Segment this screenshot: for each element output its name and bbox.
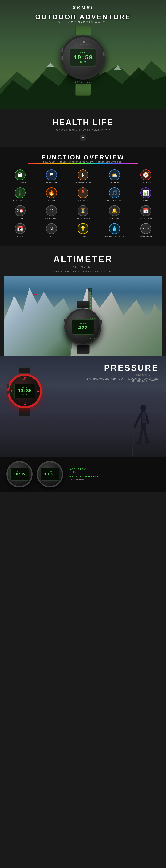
function-item-weather: ⛅ WEATHER [101, 169, 128, 184]
svg-point-12 [145, 441, 150, 443]
function-item-compass: 🧭 COMPASS [132, 169, 160, 184]
function-label: WEEK [17, 235, 24, 237]
hero-title: OUTDOOR ADVENTURE [0, 13, 166, 21]
function-item-altimeter: 🏔 ALTIMETER [6, 169, 34, 184]
function-rainbow-bar: FULL FUNCTION TRACK ALTIMETER LEVEL RAIN… [28, 163, 138, 164]
pressure-image-area: PRESSURE PRESSURE REAL-TIME UNDERSTANDIN… [0, 356, 166, 457]
function-item-date: 🗓 DATE [38, 223, 66, 237]
function-label: THERMOMETER [74, 182, 92, 184]
function-grid: 🏔 ALTIMETER 🌪 PRESSURE 🌡 THERMOMETER ⛅ W… [6, 169, 160, 237]
function-item-timekeeping: 📅 TIMEKEEPING [132, 205, 160, 219]
function-item-pressure: 🌪 PRESSURE [38, 169, 66, 184]
function-item-1224: 12/24 12/24HOUR [132, 223, 160, 237]
function-item-ellight: 💡 EL LIGHT [69, 223, 97, 237]
altimeter-alt-display: 422 [78, 325, 88, 331]
function-label: WEATHER [109, 182, 120, 184]
svg-line-9 [140, 428, 142, 442]
rainbow-bar-label: FULL FUNCTION TRACK ALTIMETER LEVEL RAIN… [28, 161, 138, 163]
accuracy-value: ±1hPa [69, 471, 158, 473]
function-overview-section: FUNCTION OVERVIEW FULL FUNCTION TRACK AL… [0, 147, 166, 246]
function-label: 12/24HOUR [140, 235, 152, 237]
altimeter-watch-body: SKMEI LIGHTBARO START 22.6°C 422 RESET S… [65, 308, 101, 345]
function-title: FUNCTION OVERVIEW [6, 154, 160, 161]
svg-point-11 [136, 442, 141, 444]
function-item-metronome: 🎵 METRONOME [101, 187, 128, 202]
function-item-calorie: 🔥 CALORIE [38, 187, 66, 202]
function-label: DATA [143, 199, 149, 202]
dual-time-badge: DUAL TIME [72, 80, 94, 84]
pressure-desc2: ENSURE SAFE TRAVEL. [86, 380, 159, 382]
svg-line-14 [132, 427, 134, 456]
pressure-section: PRESSURE PRESSURE REAL-TIME UNDERSTANDIN… [0, 356, 166, 492]
altimeter-temp-display: 22.6°C [80, 323, 86, 325]
function-label: EL LIGHT [78, 235, 88, 237]
bottom-watches-row: 22.5°C 10:35 10-27 22.5°C 10:35 10-27 AC… [0, 457, 166, 492]
function-item-2time: 2⏰ 2 TIME [6, 205, 34, 219]
function-label: COMPASS [140, 182, 151, 184]
health-title: HEALTH LIFE [4, 118, 162, 127]
altimeter-measure-text: MEASURE THE CURRENT ALTITUDE. [4, 270, 162, 273]
function-label: DATE [49, 235, 54, 237]
watch-body: SKMEI ALTBAROCOMP SAT 10:59 10-20 PRESSU… [61, 35, 105, 80]
hiker-silhouette-svg [130, 402, 156, 457]
hero-watch-container: SKMEI ALTBAROCOMP SAT 10:59 10-20 PRESSU… [61, 26, 105, 96]
altimeter-green-line-left [33, 267, 70, 267]
function-item-thermometer: 🌡 THERMOMETER [69, 169, 97, 184]
measuring-range-value: 260~1260 hPa [69, 478, 158, 480]
brand-name: SKMEI [73, 5, 93, 10]
function-label: METRONOME [107, 199, 122, 202]
function-label: 2 TIME [16, 217, 24, 219]
function-label: 30M WATERPROOF [104, 235, 125, 237]
function-label: ALTIMETER [14, 182, 26, 184]
accuracy-label: ACCURACY: [69, 468, 158, 470]
watch-time: 10:59 [74, 54, 92, 61]
function-label: 2 ALARM [110, 217, 119, 219]
pressure-temp: 22.5°C [22, 387, 27, 389]
pressure-time: 10:35 [18, 389, 32, 394]
watch-screen: SAT 10:59 10-20 [70, 49, 96, 66]
function-item-distance: 📍 DISTANCE [69, 187, 97, 202]
pressure-watch-main: SKMEI 22.5°C 10:35 10-27 SKMEI WATCH [7, 367, 42, 417]
svg-rect-13 [142, 412, 147, 423]
function-label: TIMEKEEPING [138, 217, 154, 219]
svg-marker-2 [46, 63, 55, 67]
pressure-watch-screen: 22.5°C 10:35 10-27 [14, 384, 35, 398]
function-label: CALORIE [47, 199, 56, 202]
function-item-data: 📊 DATA [132, 187, 160, 202]
function-label: STOPWATCH [45, 217, 58, 219]
hero-section: SKMEI OUTDOOR ADVENTURE OUTDOOR SPORTS W… [0, 0, 166, 110]
altimeter-section: ALTIMETER ALTIMETER MEASURE THE CURRENT … [0, 246, 166, 356]
function-item-waterproof: 💧 30M WATERPROOF [101, 223, 128, 237]
pressure-sub: PRESSURE [134, 374, 151, 376]
watch-date: 10-20 [80, 61, 86, 63]
function-label: DISTANCE [78, 199, 89, 202]
brand-logo: SKMEI [0, 0, 166, 11]
altimeter-green-line-right [96, 267, 133, 267]
function-label: COUNTDOWN [76, 217, 90, 219]
health-subtitle: Always master their own physical activit… [4, 128, 162, 131]
function-item-pedometer: 🚶 PEDOMETER [6, 187, 34, 202]
watch-day: SAT [80, 52, 86, 54]
altimeter-watch: SKMEI LIGHTBARO START 22.6°C 422 RESET S… [65, 301, 101, 354]
svg-line-7 [134, 414, 141, 427]
bottom-watch-2: 22.5°C 10:35 10-27 [37, 461, 63, 487]
svg-point-5 [140, 405, 146, 411]
svg-line-10 [144, 428, 147, 441]
measuring-range-label: MEASURING RANGE: [69, 475, 158, 478]
altimeter-sub: ALTIMETER [73, 266, 93, 268]
pressure-title: PRESSURE [86, 363, 159, 373]
pressure-watch-body: SKMEI 22.5°C 10:35 10-27 SKMEI WATCH [7, 374, 42, 408]
pressure-title-area: PRESSURE PRESSURE REAL-TIME UNDERSTANDIN… [86, 363, 159, 382]
function-item-week: 📆 WEEK [6, 223, 34, 237]
hero-subtitle: OUTDOOR SPORTS WATCH [0, 21, 166, 24]
health-section: HEALTH LIFE Always master their own phys… [0, 110, 166, 147]
function-item-2alarm: 🔔 2 ALARM [101, 205, 128, 219]
function-item-stopwatch: ⏱ STOPWATCH [38, 205, 66, 219]
bottom-watch-1: 22.5°C 10:35 10-27 [6, 461, 33, 487]
down-arrow-icon: ▼ [80, 134, 86, 141]
altimeter-watch-screen: 22.6°C 422 [72, 319, 94, 335]
altimeter-image-area: MEASURE HEIGHT SKMEI LIGHTBARO START 22.… [4, 276, 162, 356]
function-label: PEDOMETER [13, 199, 27, 202]
accuracy-info: ACCURACY: ±1hPa MEASURING RANGE: 260~126… [67, 466, 160, 483]
function-label: PRESSURE [46, 182, 58, 184]
